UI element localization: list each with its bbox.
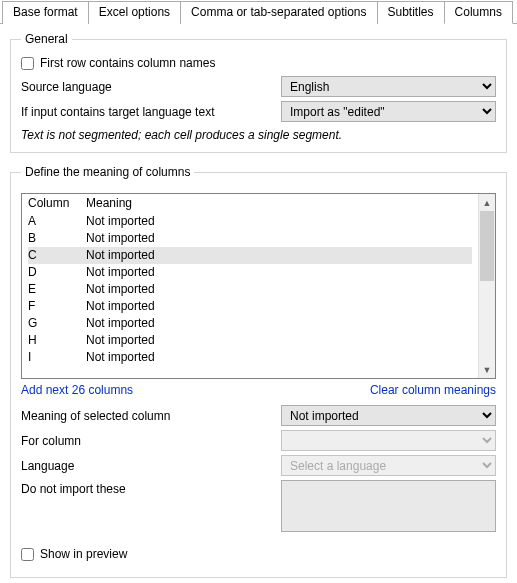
scroll-thumb[interactable] xyxy=(480,211,494,281)
tab-base-format[interactable]: Base format xyxy=(2,1,89,24)
table-row[interactable]: GNot imported xyxy=(28,315,472,332)
general-legend: General xyxy=(21,32,72,46)
columns-group: Define the meaning of columns Column Mea… xyxy=(10,165,507,578)
row-column: B xyxy=(28,230,86,247)
target-text-select[interactable]: Import as "edited" xyxy=(281,101,496,122)
columns-header-meaning: Meaning xyxy=(86,196,472,210)
first-row-checkbox[interactable] xyxy=(21,57,34,70)
add-columns-link[interactable]: Add next 26 columns xyxy=(21,383,133,397)
row-column: G xyxy=(28,315,86,332)
row-column: F xyxy=(28,298,86,315)
row-column: A xyxy=(28,213,86,230)
table-row[interactable]: DNot imported xyxy=(28,264,472,281)
row-column: D xyxy=(28,264,86,281)
columns-table: Column Meaning ANot importedBNot importe… xyxy=(21,193,496,379)
tab-bar: Base format Excel options Comma or tab-s… xyxy=(0,0,517,24)
scroll-up-icon[interactable]: ▲ xyxy=(479,194,495,211)
table-scrollbar[interactable]: ▲ ▼ xyxy=(478,194,495,378)
for-column-label: For column xyxy=(21,434,281,448)
tab-subtitles[interactable]: Subtitles xyxy=(377,1,445,24)
row-meaning: Not imported xyxy=(86,315,472,332)
segment-note: Text is not segmented; each cell produce… xyxy=(21,128,496,142)
clear-meanings-link[interactable]: Clear column meanings xyxy=(370,383,496,397)
row-column: E xyxy=(28,281,86,298)
show-in-preview-label: Show in preview xyxy=(40,547,127,561)
row-meaning: Not imported xyxy=(86,213,472,230)
tab-csv-options[interactable]: Comma or tab-separated options xyxy=(180,1,377,24)
row-meaning: Not imported xyxy=(86,349,472,366)
tab-excel-options[interactable]: Excel options xyxy=(88,1,181,24)
row-meaning: Not imported xyxy=(86,332,472,349)
table-row[interactable]: FNot imported xyxy=(28,298,472,315)
row-meaning: Not imported xyxy=(86,298,472,315)
source-language-select[interactable]: English xyxy=(281,76,496,97)
table-row[interactable]: ANot imported xyxy=(28,213,472,230)
row-meaning: Not imported xyxy=(86,281,472,298)
table-row[interactable]: BNot imported xyxy=(28,230,472,247)
row-column: C xyxy=(28,247,86,264)
language-label: Language xyxy=(21,459,281,473)
columns-legend: Define the meaning of columns xyxy=(21,165,194,179)
row-meaning: Not imported xyxy=(86,264,472,281)
columns-header-column: Column xyxy=(28,196,86,210)
first-row-label: First row contains column names xyxy=(40,56,215,70)
table-row[interactable]: HNot imported xyxy=(28,332,472,349)
do-not-import-textarea[interactable] xyxy=(281,480,496,532)
scroll-down-icon[interactable]: ▼ xyxy=(479,361,495,378)
target-text-label: If input contains target language text xyxy=(21,105,281,119)
row-meaning: Not imported xyxy=(86,247,472,264)
general-group: General First row contains column names … xyxy=(10,32,507,153)
row-column: H xyxy=(28,332,86,349)
row-meaning: Not imported xyxy=(86,230,472,247)
table-row[interactable]: ENot imported xyxy=(28,281,472,298)
table-row[interactable]: CNot imported xyxy=(28,247,472,264)
tab-columns[interactable]: Columns xyxy=(444,1,513,24)
show-in-preview-checkbox[interactable] xyxy=(21,548,34,561)
do-not-import-label: Do not import these xyxy=(21,480,281,496)
source-language-label: Source language xyxy=(21,80,281,94)
for-column-select[interactable] xyxy=(281,430,496,451)
language-select[interactable]: Select a language xyxy=(281,455,496,476)
columns-panel: General First row contains column names … xyxy=(0,24,517,583)
table-row[interactable]: INot imported xyxy=(28,349,472,366)
meaning-select[interactable]: Not imported xyxy=(281,405,496,426)
row-column: I xyxy=(28,349,86,366)
meaning-label: Meaning of selected column xyxy=(21,409,281,423)
